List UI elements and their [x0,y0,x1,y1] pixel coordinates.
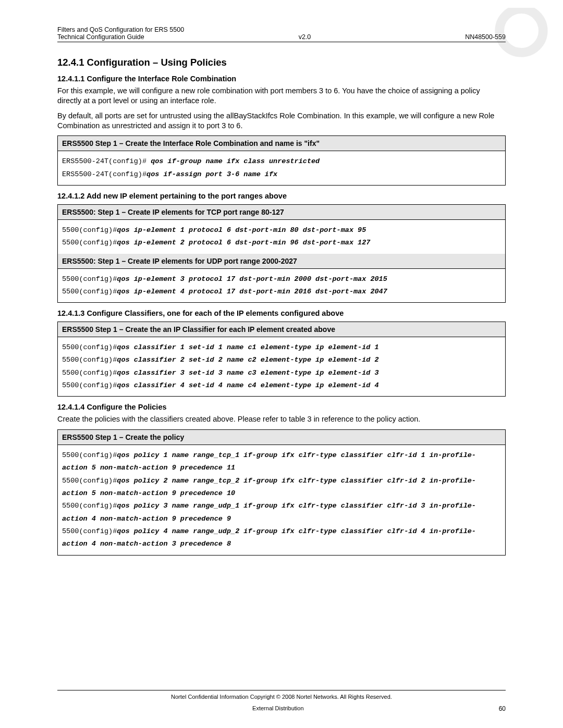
header-version: v2.0 [299,33,311,41]
subsection-3-heading: 12.4.1.3 Configure Classifiers, one for … [57,309,506,317]
s1-para-2: By default, all ports are set for untrus… [57,111,506,131]
cli-line: 5500(config)#qos classifier 3 set-id 3 n… [62,367,501,379]
s4-step-box: ERS5500 Step 1 – Create the policy 5500(… [57,429,506,555]
page-number: 60 [499,705,506,712]
subsection-1-heading: 12.4.1.1 Configure the Interface Role Co… [57,75,506,83]
s4-para-1: Create the policies with the classifiers… [57,414,506,424]
cli-line: 5500(config)#qos ip-element 1 protocol 6… [62,224,501,237]
cli-line: 5500(config)#qos policy 2 name range_tcp… [62,475,501,500]
footer-distribution: External Distribution [252,705,303,712]
s1-step-box: ERS5500 Step 1 – Create the Interface Ro… [57,135,506,186]
header-title-2: Technical Configuration Guide [57,33,144,41]
svg-point-0 [499,9,543,53]
cli-line: ERS5500-24T(config)# qos if-group name i… [62,155,501,168]
subsection-2-heading: 12.4.1.2 Add new IP element pertaining t… [57,192,506,200]
s1-step-title: ERS5500 Step 1 – Create the Interface Ro… [58,136,505,151]
s2-step1-box: ERS5500: Step 1 – Create IP elements for… [57,204,506,303]
s4-step-title: ERS5500 Step 1 – Create the policy [58,430,505,445]
cli-line: ERS5500-24T(config)#qos if-assign port 3… [62,168,501,181]
section-heading: 12.4.1 Configuration – Using Policies [57,57,506,68]
s4-step-body: 5500(config)#qos policy 1 name range_tcp… [58,445,505,554]
footer-copyright: Nortel Confidential Information Copyrigh… [57,694,506,700]
header-title-1: Filters and QoS Configuration for ERS 55… [57,26,184,33]
s3-step-title: ERS5500 Step 1 – Create the an IP Classi… [58,322,505,337]
cli-line: 5500(config)#qos classifier 4 set-id 4 n… [62,379,501,392]
cli-line: 5500(config)#qos policy 3 name range_udp… [62,500,501,525]
cli-line: 5500(config)#qos classifier 1 set-id 1 n… [62,341,501,354]
cli-line: 5500(config)#qos ip-element 4 protocol 1… [62,286,501,298]
cli-line: 5500(config)#qos ip-element 2 protocol 6… [62,237,501,249]
nortel-logo-watermark [490,8,553,65]
page-footer: Nortel Confidential Information Copyrigh… [57,690,506,712]
s2-step2-body: 5500(config)#qos ip-element 3 protocol 1… [58,269,505,303]
page-container: Filters and QoS Configuration for ERS 55… [0,0,563,581]
s2-step1-body: 5500(config)#qos ip-element 1 protocol 6… [58,220,505,254]
s2-step1-title: ERS5500: Step 1 – Create IP elements for… [58,205,505,220]
cli-line: 5500(config)#qos classifier 2 set-id 2 n… [62,354,501,366]
cli-line: 5500(config)#qos ip-element 3 protocol 1… [62,273,501,286]
s3-step-box: ERS5500 Step 1 – Create the an IP Classi… [57,322,506,397]
s2-step2-title: ERS5500: Step 1 – Create IP elements for… [58,254,505,269]
cli-line: 5500(config)#qos policy 4 name range_udp… [62,525,501,551]
s1-para-1: For this example, we will configure a ne… [57,86,506,106]
s1-step-body: ERS5500-24T(config)# qos if-group name i… [58,151,505,185]
cli-line: 5500(config)#qos policy 1 name range_tcp… [62,449,501,475]
s3-step-body: 5500(config)#qos classifier 1 set-id 1 n… [58,337,505,396]
page-header: Filters and QoS Configuration for ERS 55… [57,26,506,42]
subsection-4-heading: 12.4.1.4 Configure the Policies [57,403,506,411]
